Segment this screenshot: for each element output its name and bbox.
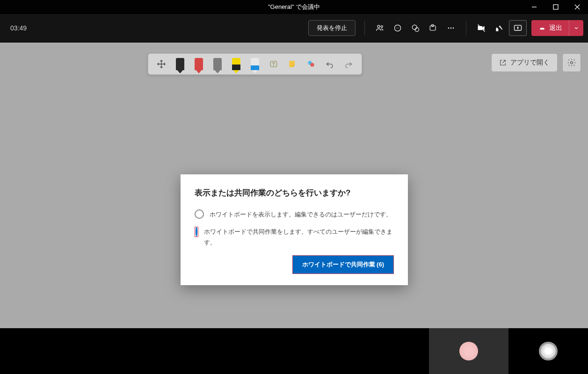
radio-collaborate[interactable] bbox=[196, 227, 197, 237]
whiteboard-settings-icon[interactable] bbox=[562, 53, 581, 72]
whiteboard-share-dialog: 表示または共同作業のどちらを行いますか? ホワイトボードを表示します。編集できる… bbox=[181, 174, 408, 285]
camera-off-icon[interactable] bbox=[472, 23, 490, 33]
avatar bbox=[459, 342, 478, 360]
participants-strip bbox=[0, 328, 588, 374]
leave-label: 退出 bbox=[549, 24, 562, 32]
leave-caret[interactable] bbox=[569, 20, 583, 36]
participant-tile[interactable] bbox=[508, 328, 588, 374]
dialog-heading: 表示または共同作業のどちらを行いますか? bbox=[195, 187, 394, 198]
leave-button[interactable]: 退出 bbox=[531, 20, 583, 36]
option-collab-label: ホワイトボードで共同作業をします。すべてのユーザーが編集できます。 bbox=[204, 227, 394, 248]
participant-tile[interactable] bbox=[429, 328, 508, 374]
radio-present-only[interactable] bbox=[195, 209, 204, 219]
meeting-controls-bar: 03:49 発表を停止 退出 bbox=[0, 14, 588, 43]
collaborate-confirm-button[interactable]: ホワイトボードで共同作業 (6) bbox=[292, 255, 394, 274]
collaborate-confirm-label: ホワイトボードで共同作業 (6) bbox=[302, 261, 385, 268]
maximize-button[interactable] bbox=[545, 0, 566, 14]
meeting-timer: 03:49 bbox=[10, 24, 27, 32]
svg-point-14 bbox=[448, 28, 450, 29]
svg-point-10 bbox=[412, 25, 417, 29]
window-title: "General" で会議中 bbox=[268, 3, 320, 11]
pen-gray-icon[interactable] bbox=[208, 55, 227, 73]
rooms-icon[interactable] bbox=[424, 23, 442, 33]
pen-black-icon[interactable] bbox=[171, 55, 189, 73]
separator bbox=[364, 21, 365, 35]
whiteboard-stage: アプリで開く 1 2 表示または共同作業のどちらを行いますか? ホワイトボードを… bbox=[0, 43, 588, 328]
undo-icon[interactable] bbox=[320, 55, 339, 73]
open-in-app-button[interactable]: アプリで開く bbox=[491, 53, 558, 72]
svg-point-5 bbox=[381, 26, 383, 28]
option-collaborate[interactable]: ホワイトボードで共同作業をします。すべてのユーザーが編集できます。 bbox=[195, 227, 394, 248]
sticky-note-icon[interactable] bbox=[283, 55, 302, 73]
svg-point-15 bbox=[450, 28, 452, 29]
open-in-app-label: アプリで開く bbox=[510, 58, 550, 67]
move-tool-icon[interactable] bbox=[152, 55, 171, 73]
pen-red-icon[interactable] bbox=[189, 55, 208, 73]
separator bbox=[466, 21, 466, 35]
svg-line-18 bbox=[500, 26, 502, 29]
window-controls bbox=[523, 0, 588, 14]
option-present-only[interactable]: ホワイトボードを表示します。編集できるのはユーザーだけです。 bbox=[195, 209, 394, 220]
leave-button-main[interactable]: 退出 bbox=[531, 20, 569, 36]
svg-rect-1 bbox=[553, 5, 558, 9]
redo-icon[interactable] bbox=[339, 55, 358, 73]
avatar bbox=[539, 342, 558, 360]
close-button[interactable] bbox=[566, 0, 588, 14]
stop-presenting-button[interactable]: 発表を停止 bbox=[308, 20, 356, 36]
svg-point-4 bbox=[377, 25, 380, 28]
window-titlebar: "General" で会議中 bbox=[0, 0, 588, 14]
svg-point-23 bbox=[571, 62, 573, 64]
shapes-tool-icon[interactable] bbox=[302, 55, 320, 73]
reactions-icon[interactable] bbox=[407, 23, 424, 33]
svg-point-16 bbox=[453, 28, 454, 29]
stop-presenting-label: 発表を停止 bbox=[317, 24, 347, 32]
participants-icon[interactable] bbox=[371, 23, 389, 33]
whiteboard-toolbar bbox=[148, 53, 362, 75]
text-tool-icon[interactable] bbox=[264, 55, 283, 73]
more-actions-icon[interactable] bbox=[442, 23, 460, 33]
chat-icon[interactable] bbox=[389, 23, 407, 33]
share-screen-button[interactable] bbox=[509, 20, 527, 36]
svg-point-22 bbox=[310, 63, 314, 67]
option-present-label: ホワイトボードを表示します。編集できるのはユーザーだけです。 bbox=[210, 209, 394, 220]
eraser-icon[interactable] bbox=[246, 55, 264, 73]
minimize-button[interactable] bbox=[523, 0, 545, 14]
mic-muted-icon[interactable] bbox=[490, 23, 508, 33]
highlighter-icon[interactable] bbox=[227, 55, 246, 73]
